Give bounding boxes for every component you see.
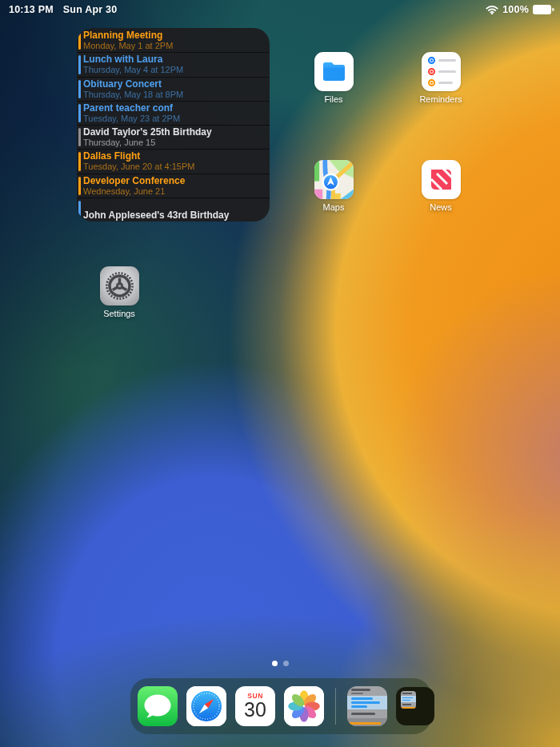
event-title: Planning Meeting <box>83 30 265 41</box>
wifi-icon <box>486 5 498 14</box>
event-content: Lunch with Laura Thursday, May 4 at 12PM <box>83 53 270 76</box>
event-content: David Taylor's 25th Birthday Thursday, J… <box>83 126 270 149</box>
dock-calendar-icon[interactable]: SUN 30 <box>235 686 275 726</box>
event-color-bar <box>78 177 81 195</box>
app-label-settings: Settings <box>89 309 150 318</box>
event-title: Obituary Concert <box>83 78 265 90</box>
recent-app-thumbnail-1[interactable] <box>347 686 387 726</box>
files-icon <box>314 52 354 91</box>
event-subtitle: Tuesday, May 23 at 2PM <box>83 114 265 124</box>
battery-icon <box>533 5 551 14</box>
dock-divider <box>335 688 336 725</box>
recent-app-thumbnail-2[interactable] <box>396 687 434 725</box>
app-reminders[interactable]: Reminders <box>410 52 471 104</box>
event-title: Dallas Flight <box>83 150 265 162</box>
calendar-widget-events: Planning Meeting Monday, May 1 at 2PM Lu… <box>77 28 270 222</box>
event-title: John Appleseed's 43rd Birthday <box>83 210 265 221</box>
status-bar-right: 100% <box>486 4 551 15</box>
event-color-bar <box>78 80 81 98</box>
event-color-bar <box>78 128 81 146</box>
event-subtitle: Thursday, May 4 at 12PM <box>83 65 265 75</box>
event-color-bar <box>78 30 81 50</box>
event-title: Developer Conference <box>83 175 265 186</box>
event-content: Dallas Flight Tuesday, June 20 at 4:15PM <box>83 150 270 173</box>
event-content: Planning Meeting Monday, May 1 at 2PM <box>83 28 270 52</box>
calendar-day-number: 30 <box>244 700 266 720</box>
reminders-bullet-blue <box>428 57 435 64</box>
event-subtitle: Thursday, May 18 at 8PM <box>83 90 265 100</box>
app-label-maps: Maps <box>303 202 364 212</box>
settings-icon <box>100 266 139 306</box>
app-maps[interactable]: Maps <box>303 160 364 212</box>
clock-time: 10:13 PM <box>9 4 54 15</box>
battery-percent-label: 100% <box>502 4 529 15</box>
mini-app-preview <box>401 691 416 709</box>
dock-safari-icon[interactable] <box>186 686 226 726</box>
status-date: Sun Apr 30 <box>63 4 118 15</box>
event-color-bar <box>78 201 81 219</box>
page-dot <box>272 661 278 666</box>
event-color-bar <box>78 104 81 122</box>
reminders-icon <box>422 52 461 91</box>
dock: SUN 30 <box>130 678 431 734</box>
app-files[interactable]: Files <box>303 52 364 104</box>
status-bar-left: 10:13 PM Sun Apr 30 <box>9 4 117 15</box>
page-dot <box>283 661 289 666</box>
status-bar: 10:13 PM Sun Apr 30 100% <box>0 0 560 19</box>
calendar-event-row[interactable]: John Appleseed's 43rd Birthday <box>77 198 270 222</box>
calendar-event-row[interactable]: Lunch with Laura Thursday, May 4 at 12PM <box>77 52 270 76</box>
dock-messages-icon[interactable] <box>138 686 178 726</box>
event-color-bar <box>78 152 81 170</box>
calendar-widget[interactable]: Planning Meeting Monday, May 1 at 2PM Lu… <box>77 28 270 222</box>
app-news[interactable]: News <box>410 160 471 212</box>
event-title: David Taylor's 25th Birthday <box>83 126 265 138</box>
event-content: Parent teacher conf Tuesday, May 23 at 2… <box>83 102 270 125</box>
event-title: Parent teacher conf <box>83 102 265 114</box>
event-subtitle: Thursday, June 15 <box>83 138 265 148</box>
maps-icon <box>314 160 354 199</box>
calendar-event-row[interactable]: Planning Meeting Monday, May 1 at 2PM <box>77 28 270 52</box>
calendar-event-row[interactable]: David Taylor's 25th Birthday Thursday, J… <box>77 125 270 149</box>
event-content: Obituary Concert Thursday, May 18 at 8PM <box>83 78 270 101</box>
calendar-event-row[interactable]: Dallas Flight Tuesday, June 20 at 4:15PM <box>77 149 270 173</box>
app-label-files: Files <box>303 94 364 104</box>
reminders-bullet-red <box>428 68 435 75</box>
ipad-home-screen: 10:13 PM Sun Apr 30 100% Planning Meetin… <box>0 0 560 747</box>
page-indicator <box>0 661 560 666</box>
event-color-bar <box>78 55 81 74</box>
app-settings[interactable]: Settings <box>89 266 150 318</box>
event-content: John Appleseed's 43rd Birthday <box>83 198 270 222</box>
calendar-event-row[interactable]: Parent teacher conf Tuesday, May 23 at 2… <box>77 101 270 125</box>
event-subtitle: Wednesday, June 21 <box>83 186 265 197</box>
news-icon <box>422 160 461 199</box>
app-label-reminders: Reminders <box>410 94 471 104</box>
event-subtitle: Tuesday, June 20 at 4:15PM <box>83 162 265 172</box>
reminders-bullet-orange <box>428 79 435 86</box>
calendar-event-row[interactable]: Obituary Concert Thursday, May 18 at 8PM <box>77 77 270 101</box>
app-label-news: News <box>410 202 471 212</box>
event-content: Developer Conference Wednesday, June 21 <box>83 174 270 198</box>
calendar-event-row[interactable]: Developer Conference Wednesday, June 21 <box>77 174 270 198</box>
event-title: Lunch with Laura <box>83 54 265 65</box>
dock-photos-icon[interactable] <box>284 686 324 726</box>
event-subtitle: Monday, May 1 at 2PM <box>83 41 265 51</box>
